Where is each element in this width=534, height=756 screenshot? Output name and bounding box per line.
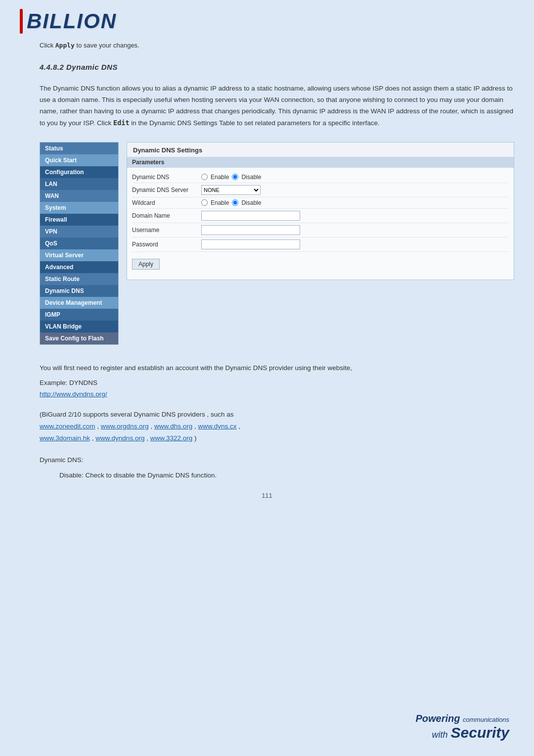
provider-block: (BiGuard 2/10 supports several Dynamic D… [0,404,534,450]
dns-row-wildcard: Wildcard Enable Disable [132,197,509,209]
section-heading: 4.4.8.2 Dynamic DNS [0,59,534,79]
comma1: , [97,423,101,430]
comma6: , [146,434,150,442]
sidebar-item-firewall[interactable]: Firewall [40,214,118,226]
powering-bold: Powering [415,713,460,724]
sidebar-item-configuration[interactable]: Configuration [40,166,118,178]
security-text: Security [451,724,509,741]
provider-text: (BiGuard 2/10 supports several Dynamic D… [40,411,233,418]
comma4: , [238,423,240,430]
after-text-1: You will first need to register and esta… [0,355,534,377]
sidebar-item-status[interactable]: Status [40,142,118,154]
sidebar-item-device-management[interactable]: Device Management [40,297,118,309]
provider-link-dhs[interactable]: www.dhs.org [154,423,192,430]
radio-dynamic-dns-disable[interactable] [232,174,238,180]
domain-name-input[interactable] [201,211,300,221]
sidebar-item-wan[interactable]: WAN [40,190,118,202]
dns-desc-label: Dynamic DNS: [0,450,534,469]
radio-wildcard-disable[interactable] [232,199,238,206]
dns-label-username: Username [132,227,201,234]
logo-box: BILLION [20,9,117,34]
footer-brand: Powering communications with Security [415,713,509,741]
logo-line [20,9,23,34]
example-link-block: http://www.dyndns.org/ [0,390,534,404]
sidebar: Status Quick Start Configuration LAN WAN… [40,142,119,345]
dns-control-dynamic-dns: Enable Disable [201,174,509,181]
dns-row-username: Username [132,223,509,237]
sidebar-item-static-route[interactable]: Static Route [40,273,118,285]
sidebar-item-system[interactable]: System [40,202,118,214]
main-layout: Status Quick Start Configuration LAN WAN… [40,142,514,345]
body-paragraph: The Dynamic DNS function allows you to a… [0,79,534,137]
top-instruction: Click Apply to save your changes. [0,39,534,59]
provider-link-3domain[interactable]: www.3domain.hk [40,434,90,442]
radio-wildcard-enable[interactable] [201,199,208,206]
logo-billion: BILLION [27,11,117,32]
sidebar-item-vlan-bridge[interactable]: VLAN Bridge [40,321,118,332]
dns-row-dynamic-dns: Dynamic DNS Enable Disable [132,172,509,183]
example-block: Example: DYNDNS [0,377,534,390]
comma3: , [194,423,198,430]
footer-powering-text: Powering communications [415,713,509,724]
radio-dynamic-dns-enable[interactable] [201,174,208,180]
sidebar-item-dynamic-dns[interactable]: Dynamic DNS [40,285,118,297]
dns-desc-disable: Disable: Check to disable the Dynamic DN… [0,469,534,484]
dns-server-select[interactable]: NONE [201,185,261,195]
sidebar-item-vpn[interactable]: VPN [40,226,118,237]
radio-group-dynamic-dns: Enable Disable [201,174,261,181]
provider-link-orgdns[interactable]: www.orgdns.org [101,423,149,430]
provider-link-zoneedit[interactable]: www.zoneedit.com [40,423,95,430]
password-input[interactable] [201,239,300,249]
sidebar-item-qos[interactable]: QoS [40,237,118,249]
dns-label-password: Password [132,241,201,248]
dns-control-username [201,225,509,235]
dns-label-dynamic-dns: Dynamic DNS [132,174,201,181]
sidebar-item-lan[interactable]: LAN [40,178,118,190]
provider-link-3322[interactable]: www.3322.org [150,434,193,442]
dns-row-domain-name: Domain Name [132,209,509,223]
radio-group-wildcard: Enable Disable [201,199,261,206]
sidebar-item-advanced[interactable]: Advanced [40,261,118,273]
dns-panel-body: Dynamic DNS Enable Disable Dynamic DNS S… [127,168,514,280]
dns-control-password [201,239,509,249]
dns-label-wildcard: Wildcard [132,199,201,206]
example-label: Example: DYNDNS [40,379,97,386]
apply-code: Apply [55,42,75,49]
footer-with-security: with Security [415,724,509,741]
dns-label-domain-name: Domain Name [132,212,201,219]
sidebar-item-save-config[interactable]: Save Config to Flash [40,332,118,344]
dns-panel-params-header: Parameters [127,157,514,168]
comma2: , [150,423,154,430]
dns-panel-title: Dynamic DNS Settings [127,142,514,157]
sidebar-item-quick-start[interactable]: Quick Start [40,154,118,166]
provider-link-dyns[interactable]: www.dyns.cx [198,423,237,430]
close-paren: ) [194,434,197,442]
label-dynamic-dns-disable: Disable [241,174,261,181]
with-text: with [432,730,447,740]
footer-powering-line: Powering communications [415,713,509,724]
dns-label-server: Dynamic DNS Server [132,187,201,193]
header: BILLION [0,0,534,39]
sidebar-item-virtual-server[interactable]: Virtual Server [40,249,118,261]
username-input[interactable] [201,225,300,235]
example-link[interactable]: http://www.dyndns.org/ [40,390,107,398]
provider-link-dyndns[interactable]: www.dyndns.org [95,434,144,442]
apply-button[interactable]: Apply [132,259,160,270]
label-wildcard-enable: Enable [211,199,229,206]
dns-row-server: Dynamic DNS Server NONE [132,183,509,197]
sidebar-item-igmp[interactable]: IGMP [40,309,118,321]
edit-code: Edit [113,119,130,127]
dns-control-domain-name [201,211,509,221]
communications-text: communications [463,716,509,723]
dns-control-server: NONE [201,185,509,195]
label-wildcard-disable: Disable [241,199,261,206]
label-dynamic-dns-enable: Enable [211,174,229,181]
dns-row-password: Password [132,237,509,252]
apply-row: Apply [132,252,509,276]
dns-settings-panel: Dynamic DNS Settings Parameters Dynamic … [127,142,514,280]
dns-control-wildcard: Enable Disable [201,199,509,206]
page-number: 111 [0,484,534,504]
